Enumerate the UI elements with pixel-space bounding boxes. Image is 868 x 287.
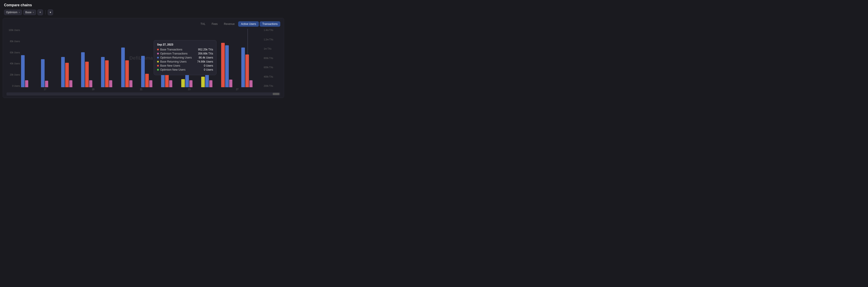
bar-group-12 (241, 29, 261, 87)
tooltip-dot-0 (157, 49, 159, 51)
bar-optimism-returning-3 (61, 57, 65, 87)
bar-optimism-tx-6 (129, 80, 132, 87)
chart-tabs: TVL Fees Revenue Active Users Transactio… (6, 21, 280, 27)
page-title: Compare chains (0, 0, 287, 9)
bar-optimism-tx-1 (25, 80, 28, 87)
bar-optimism-returning-2 (41, 59, 44, 87)
tooltip-row-1: Optimism Transactions 356.66k TXs (157, 52, 213, 55)
tooltip-value-5: 0 Users (204, 68, 213, 71)
tooltip-value-1: 356.66k TXs (198, 52, 213, 55)
bar-optimism-tx-7 (149, 80, 152, 87)
chart-area: 100k Users 80k Users 60k Users 40k Users… (6, 29, 280, 87)
tooltip-row-0: Base Transactions 952.25k TXs (157, 48, 213, 51)
tooltip-label-5: Optimism New Users (160, 68, 203, 71)
tooltip-dot-4 (157, 65, 159, 66)
tooltip-dot-2 (157, 57, 159, 59)
bar-group-6 (121, 29, 141, 87)
bar-group-11 (221, 29, 241, 87)
tooltip-value-0: 952.25k TXs (198, 48, 213, 51)
bar-base-tx-3 (65, 63, 69, 87)
bar-base-tx-6 (125, 60, 129, 87)
chart-container: TVL Fees Revenue Active Users Transactio… (3, 18, 284, 98)
tooltip-row-4: Base New Users 0 Users (157, 64, 213, 67)
bars-area: DefiLlama (21, 29, 261, 87)
bar-base-tx-5 (105, 60, 108, 87)
x-label-2: 21 (117, 88, 165, 91)
tab-fees[interactable]: Fees (209, 21, 220, 27)
bar-optimism-tx-9 (189, 80, 192, 87)
tooltip-value-4: 0 Users (204, 64, 213, 67)
bar-optimism-tx-12 (249, 80, 252, 87)
tooltip-date: Sep 27, 2023 (157, 43, 213, 46)
clear-all-button[interactable]: × (37, 9, 43, 15)
bar-optimism-returning-11 (225, 45, 229, 87)
tab-transactions[interactable]: Transactions (260, 21, 280, 27)
bar-group-2 (41, 29, 61, 87)
tooltip-label-4: Base New Users (160, 64, 203, 67)
chain-tag-optimism-label: Optimism (6, 11, 18, 14)
bar-group-3 (61, 29, 81, 87)
bar-base-returning-9 (181, 79, 185, 87)
chain-tag-optimism[interactable]: Optimism × (4, 10, 22, 15)
tooltip-label-3: Base Returning Users (160, 60, 196, 63)
bar-group-4 (81, 29, 101, 87)
x-label-1: 19 (69, 88, 117, 91)
bar-optimism-tx-4 (89, 80, 92, 87)
tab-active-users[interactable]: Active Users (238, 21, 258, 27)
y-axis-left: 100k Users 80k Users 60k Users 40k Users… (6, 29, 20, 87)
scrollbar-thumb[interactable] (273, 93, 279, 95)
bar-optimism-returning-12 (241, 48, 245, 87)
bar-optimism-returning-6 (121, 48, 125, 87)
chain-dropdown-button[interactable]: ▾ (48, 9, 53, 15)
bar-optimism-returning-7 (141, 56, 145, 87)
bar-optimism-returning-10 (205, 75, 209, 87)
bar-base-tx-12 (245, 55, 249, 87)
scrollbar-area[interactable] (6, 92, 280, 95)
tooltip-label-0: Base Transactions (160, 48, 197, 51)
tooltip-value-3: 74.66k Users (197, 60, 213, 63)
x-label-0: 17 (21, 88, 69, 91)
bar-base-returning-10 (201, 77, 205, 87)
x-axis: 17 19 21 23 27 (21, 88, 261, 91)
bar-optimism-tx-3 (69, 80, 72, 87)
tab-revenue[interactable]: Revenue (221, 21, 237, 27)
bar-optimism-tx-8 (169, 80, 172, 87)
bar-optimism-tx-11 (229, 80, 232, 87)
tooltip-row-2: Optimism Returning Users 86.4k Users (157, 56, 213, 59)
tooltip-row-5: Optimism New Users 0 Users (157, 68, 213, 71)
bar-base-tx-11 (221, 43, 225, 87)
tooltip-dot-3 (157, 61, 159, 62)
x-label-3: 23 (165, 88, 213, 91)
tooltip-dot-5 (157, 69, 159, 70)
tooltip-label-2: Optimism Returning Users (160, 56, 197, 59)
filter-bar: Optimism × Base × × ▾ (0, 9, 287, 18)
filter-separator (45, 10, 45, 15)
tooltip-label-1: Optimism Transactions (160, 52, 197, 55)
bar-optimism-returning-1 (21, 55, 25, 87)
bar-optimism-returning-5 (101, 57, 105, 87)
chart-tooltip: Sep 27, 2023 Base Transactions 952.25k T… (154, 40, 216, 75)
chain-tag-base-label: Base (25, 11, 31, 14)
chain-tag-base[interactable]: Base × (23, 10, 36, 15)
bar-base-tx-4 (85, 62, 89, 87)
tooltip-row-3: Base Returning Users 74.66k Users (157, 60, 213, 63)
tooltip-value-2: 86.4k Users (199, 56, 213, 59)
bar-optimism-tx-10 (209, 80, 212, 87)
bar-optimism-tx-5 (109, 80, 112, 87)
bar-base-tx-7 (145, 74, 149, 87)
chain-tag-optimism-remove[interactable]: × (19, 11, 20, 14)
tab-tvl[interactable]: TVL (198, 21, 208, 27)
chain-tag-base-remove[interactable]: × (32, 11, 34, 14)
x-label-4: 27 (213, 88, 261, 91)
bar-optimism-tx-2 (45, 81, 48, 87)
tooltip-dot-1 (157, 53, 159, 55)
bar-group-5 (101, 29, 121, 87)
bar-optimism-returning-4 (81, 52, 85, 87)
y-axis-right: 1.4m TXs 1.2m TXs 1m TXs 800k TXs 600k T… (262, 29, 280, 87)
bar-group-1 (21, 29, 41, 87)
